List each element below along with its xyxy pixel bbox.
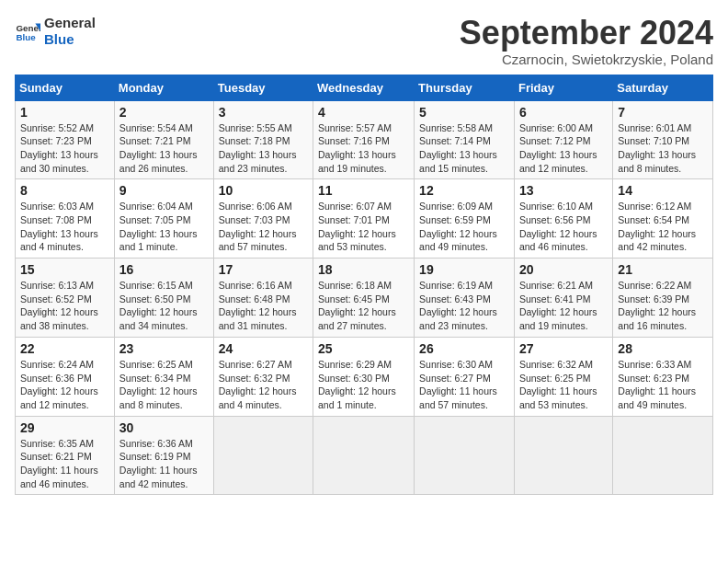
calendar-cell: 10Sunrise: 6:06 AMSunset: 7:03 PMDayligh…	[213, 179, 313, 259]
day-number: 4	[318, 105, 409, 120]
day-number: 16	[119, 262, 209, 277]
day-info: Sunrise: 6:27 AMSunset: 6:32 PMDaylight:…	[219, 358, 308, 412]
day-number: 12	[419, 183, 509, 198]
day-info: Sunrise: 6:36 AMSunset: 6:19 PMDaylight:…	[119, 437, 209, 491]
title-area: September 2024 Czarnocin, Swietokrzyskie…	[460, 15, 713, 67]
header-monday: Monday	[114, 75, 213, 100]
day-number: 27	[519, 341, 608, 356]
calendar-cell: 16Sunrise: 6:15 AMSunset: 6:50 PMDayligh…	[114, 259, 213, 338]
calendar-cell: 26Sunrise: 6:30 AMSunset: 6:27 PMDayligh…	[415, 337, 515, 416]
header-sunday: Sunday	[16, 75, 115, 100]
day-number: 15	[20, 262, 109, 277]
calendar-table: SundayMondayTuesdayWednesdayThursdayFrid…	[15, 75, 713, 496]
day-info: Sunrise: 5:57 AMSunset: 7:16 PMDaylight:…	[318, 121, 409, 176]
calendar-cell	[415, 416, 515, 495]
day-number: 2	[119, 105, 209, 120]
calendar-cell: 14Sunrise: 6:12 AMSunset: 6:54 PMDayligh…	[613, 179, 713, 259]
day-number: 5	[419, 105, 509, 120]
location-title: Czarnocin, Swietokrzyskie, Poland	[460, 52, 713, 67]
day-info: Sunrise: 6:33 AMSunset: 6:23 PMDaylight:…	[618, 358, 708, 412]
week-row-5: 29Sunrise: 6:35 AMSunset: 6:21 PMDayligh…	[16, 416, 713, 495]
day-number: 13	[519, 183, 608, 198]
calendar-cell: 19Sunrise: 6:19 AMSunset: 6:43 PMDayligh…	[415, 259, 515, 338]
day-number: 11	[318, 183, 409, 198]
header-saturday: Saturday	[613, 75, 713, 100]
calendar-body: 1Sunrise: 5:52 AMSunset: 7:23 PMDaylight…	[16, 100, 713, 495]
day-number: 22	[20, 341, 109, 356]
day-number: 10	[219, 183, 308, 198]
day-info: Sunrise: 6:29 AMSunset: 6:30 PMDaylight:…	[318, 358, 409, 412]
day-info: Sunrise: 6:16 AMSunset: 6:48 PMDaylight:…	[219, 279, 308, 333]
week-row-1: 1Sunrise: 5:52 AMSunset: 7:23 PMDaylight…	[16, 100, 713, 179]
calendar-cell: 18Sunrise: 6:18 AMSunset: 6:45 PMDayligh…	[313, 259, 415, 338]
day-info: Sunrise: 6:03 AMSunset: 7:08 PMDaylight:…	[20, 200, 109, 254]
calendar-cell: 6Sunrise: 6:00 AMSunset: 7:12 PMDaylight…	[514, 100, 612, 179]
week-row-2: 8Sunrise: 6:03 AMSunset: 7:08 PMDaylight…	[16, 179, 713, 259]
calendar-cell: 29Sunrise: 6:35 AMSunset: 6:21 PMDayligh…	[16, 416, 115, 495]
logo-general: General	[44, 15, 96, 31]
calendar-cell: 1Sunrise: 5:52 AMSunset: 7:23 PMDaylight…	[16, 100, 115, 179]
day-number: 29	[20, 420, 109, 435]
calendar-cell: 20Sunrise: 6:21 AMSunset: 6:41 PMDayligh…	[514, 259, 612, 338]
calendar-cell: 27Sunrise: 6:32 AMSunset: 6:25 PMDayligh…	[514, 337, 612, 416]
day-info: Sunrise: 6:01 AMSunset: 7:10 PMDaylight:…	[618, 121, 708, 176]
day-info: Sunrise: 6:18 AMSunset: 6:45 PMDaylight:…	[318, 279, 409, 333]
svg-text:Blue: Blue	[16, 32, 36, 42]
calendar-cell: 5Sunrise: 5:58 AMSunset: 7:14 PMDaylight…	[415, 100, 515, 179]
day-info: Sunrise: 6:21 AMSunset: 6:41 PMDaylight:…	[519, 279, 608, 333]
day-number: 14	[618, 183, 708, 198]
calendar-cell: 4Sunrise: 5:57 AMSunset: 7:16 PMDaylight…	[313, 100, 415, 179]
day-info: Sunrise: 6:22 AMSunset: 6:39 PMDaylight:…	[618, 279, 708, 333]
header: General Blue General Blue September 2024…	[15, 15, 713, 67]
calendar-cell: 24Sunrise: 6:27 AMSunset: 6:32 PMDayligh…	[213, 337, 313, 416]
calendar-cell: 8Sunrise: 6:03 AMSunset: 7:08 PMDaylight…	[16, 179, 115, 259]
calendar-cell: 7Sunrise: 6:01 AMSunset: 7:10 PMDaylight…	[613, 100, 713, 179]
calendar-cell: 22Sunrise: 6:24 AMSunset: 6:36 PMDayligh…	[16, 337, 115, 416]
calendar-cell: 21Sunrise: 6:22 AMSunset: 6:39 PMDayligh…	[613, 259, 713, 338]
calendar-cell	[313, 416, 415, 495]
day-info: Sunrise: 6:24 AMSunset: 6:36 PMDaylight:…	[20, 358, 109, 412]
day-info: Sunrise: 6:07 AMSunset: 7:01 PMDaylight:…	[318, 200, 409, 254]
day-number: 26	[419, 341, 509, 356]
day-number: 6	[519, 105, 608, 120]
day-info: Sunrise: 6:00 AMSunset: 7:12 PMDaylight:…	[519, 121, 608, 176]
day-number: 8	[20, 183, 109, 198]
day-number: 3	[219, 105, 308, 120]
day-number: 28	[618, 341, 708, 356]
month-title: September 2024	[460, 15, 713, 52]
calendar-cell: 15Sunrise: 6:13 AMSunset: 6:52 PMDayligh…	[16, 259, 115, 338]
header-thursday: Thursday	[415, 75, 515, 100]
header-tuesday: Tuesday	[213, 75, 313, 100]
day-info: Sunrise: 6:25 AMSunset: 6:34 PMDaylight:…	[119, 358, 209, 412]
day-info: Sunrise: 5:55 AMSunset: 7:18 PMDaylight:…	[219, 121, 308, 176]
calendar-cell: 3Sunrise: 5:55 AMSunset: 7:18 PMDaylight…	[213, 100, 313, 179]
day-number: 23	[119, 341, 209, 356]
day-info: Sunrise: 6:04 AMSunset: 7:05 PMDaylight:…	[119, 200, 209, 254]
day-number: 7	[618, 105, 708, 120]
calendar-cell: 9Sunrise: 6:04 AMSunset: 7:05 PMDaylight…	[114, 179, 213, 259]
day-number: 18	[318, 262, 409, 277]
header-row: SundayMondayTuesdayWednesdayThursdayFrid…	[16, 75, 713, 100]
day-info: Sunrise: 5:58 AMSunset: 7:14 PMDaylight:…	[419, 121, 509, 176]
day-info: Sunrise: 6:09 AMSunset: 6:59 PMDaylight:…	[419, 200, 509, 254]
calendar-cell: 25Sunrise: 6:29 AMSunset: 6:30 PMDayligh…	[313, 337, 415, 416]
calendar-cell	[514, 416, 612, 495]
calendar-cell	[213, 416, 313, 495]
day-number: 25	[318, 341, 409, 356]
logo-icon: General Blue	[15, 18, 40, 44]
calendar-cell: 11Sunrise: 6:07 AMSunset: 7:01 PMDayligh…	[313, 179, 415, 259]
calendar-header: SundayMondayTuesdayWednesdayThursdayFrid…	[16, 75, 713, 100]
day-info: Sunrise: 6:10 AMSunset: 6:56 PMDaylight:…	[519, 200, 608, 254]
calendar-cell: 17Sunrise: 6:16 AMSunset: 6:48 PMDayligh…	[213, 259, 313, 338]
day-info: Sunrise: 5:52 AMSunset: 7:23 PMDaylight:…	[20, 121, 109, 176]
day-info: Sunrise: 6:06 AMSunset: 7:03 PMDaylight:…	[219, 200, 308, 254]
day-info: Sunrise: 6:15 AMSunset: 6:50 PMDaylight:…	[119, 279, 209, 333]
week-row-3: 15Sunrise: 6:13 AMSunset: 6:52 PMDayligh…	[16, 259, 713, 338]
header-wednesday: Wednesday	[313, 75, 415, 100]
day-number: 19	[419, 262, 509, 277]
calendar-cell: 13Sunrise: 6:10 AMSunset: 6:56 PMDayligh…	[514, 179, 612, 259]
calendar-cell: 2Sunrise: 5:54 AMSunset: 7:21 PMDaylight…	[114, 100, 213, 179]
calendar-cell: 12Sunrise: 6:09 AMSunset: 6:59 PMDayligh…	[415, 179, 515, 259]
day-info: Sunrise: 6:30 AMSunset: 6:27 PMDaylight:…	[419, 358, 509, 412]
day-number: 1	[20, 105, 109, 120]
